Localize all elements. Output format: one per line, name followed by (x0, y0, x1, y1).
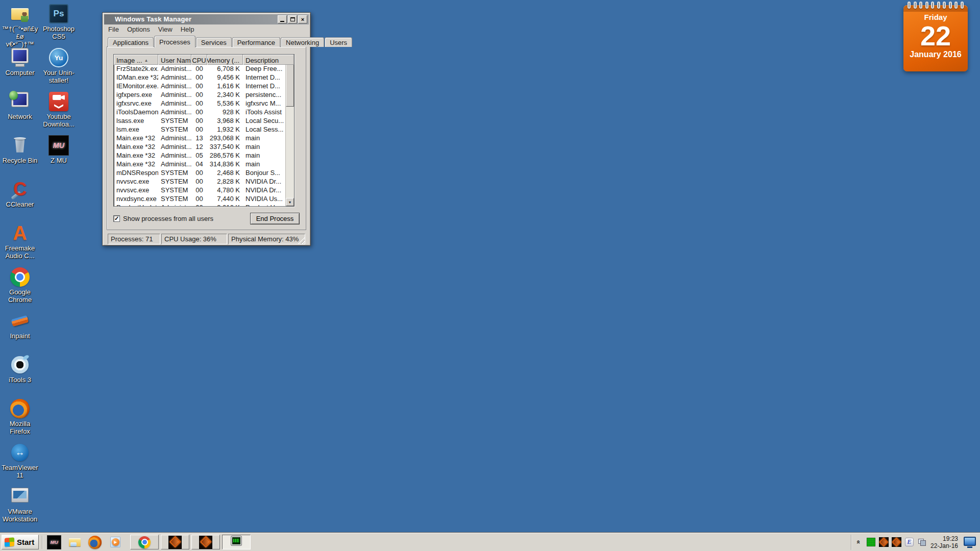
process-row[interactable]: nvvsvc.exe SYSTEM 00 2,828 K NVIDIA Dr..… (114, 178, 285, 186)
desktop-icon-photoshop[interactable]: Photoshop CS5 (40, 4, 77, 40)
process-cpu: 00 (191, 117, 207, 126)
close-button[interactable]: × (298, 15, 307, 23)
process-user-name: Administ... (158, 73, 191, 82)
column-header-description[interactable]: Description (243, 55, 294, 65)
tray-icons (855, 538, 926, 546)
desktop-icon-google-chrome[interactable]: Google Chrome (2, 267, 38, 304)
cpu-meter-tray-icon[interactable] (867, 538, 875, 546)
start-button[interactable]: Start (2, 535, 39, 549)
process-row[interactable]: Main.exe *32 Administ... 04 314,836 K ma… (114, 160, 285, 169)
column-header-image-name[interactable]: Image ...▲ (114, 55, 158, 65)
show-desktop-icon[interactable] (963, 536, 976, 549)
desktop-icon-network[interactable]: Network (2, 92, 38, 120)
desktop-icon-glyph (49, 92, 68, 111)
column-header-memory[interactable]: Memory (... (207, 55, 243, 65)
process-memory: 286,576 K (207, 152, 243, 160)
mu-taskbar-button[interactable] (191, 535, 220, 549)
desktop-icon-label: Your Unin-staller! (40, 69, 77, 84)
scroll-down-icon[interactable]: ▼ (286, 198, 294, 206)
system-tray: 19:23 22-Jan-16 (851, 535, 978, 550)
desktop-icon-mystery-folder[interactable]: ™†(¯°•øñ£y£ø v€•°¯)†™ (2, 4, 38, 48)
column-header-user-name[interactable]: User Name (158, 55, 191, 65)
menu-item-options[interactable]: Options (124, 26, 154, 33)
mu-quick-launch-icon[interactable] (45, 535, 63, 550)
process-memory: 7,440 K (207, 195, 243, 204)
desktop-icon-youtube-downloader[interactable]: Youtube Downloa... (40, 92, 77, 128)
desktop-icon-teamviewer[interactable]: TeamViewer 11 (2, 443, 38, 479)
end-process-button[interactable]: End Process (250, 213, 300, 224)
calendar-gadget[interactable]: Friday 22 January 2016 (903, 5, 968, 71)
tab-applications[interactable]: Applications (108, 37, 154, 47)
show-all-users-checkbox[interactable]: ✓ Show processes from all users (113, 215, 213, 222)
desktop-icon-ccleaner[interactable]: CCleaner (2, 180, 38, 208)
process-memory: 1,932 K (207, 126, 243, 134)
tab-services[interactable]: Services (196, 37, 232, 47)
explorer-quick-launch-icon[interactable] (66, 535, 83, 550)
taskbar-clock[interactable]: 19:23 22-Jan-16 (930, 535, 959, 549)
desktop-icon-inpaint[interactable]: Inpaint (2, 311, 38, 340)
desktop-icon-itools[interactable]: iTools 3 (2, 355, 38, 384)
minimize-button[interactable] (278, 15, 287, 23)
maximize-button[interactable] (288, 15, 297, 23)
process-user-name: SYSTEM (158, 186, 191, 195)
process-row[interactable]: lsm.exe SYSTEM 00 1,932 K Local Sess... (114, 126, 285, 134)
tab-users[interactable]: Users (325, 37, 352, 47)
process-description: Local Sess... (243, 126, 285, 134)
idm-tray-icon[interactable] (905, 538, 914, 546)
tab-performance[interactable]: Performance (232, 37, 280, 47)
process-row[interactable]: iToolsDaemon.... Administ... 00 928 K iT… (114, 108, 285, 117)
task-manager-titlebar[interactable]: Windows Task Manager × (104, 14, 309, 24)
desktop-icon-firefox[interactable]: Mozilla Firefox (2, 399, 38, 435)
process-row[interactable]: nvxdsync.exe SYSTEM 00 7,440 K NVIDIA Us… (114, 195, 285, 204)
chrome-taskbar-button[interactable] (130, 535, 159, 549)
desktop-icon-vmware[interactable]: VMware Workstation (2, 487, 38, 523)
process-row[interactable]: IEMonitor.exe... Administ... 00 1,616 K … (114, 82, 285, 91)
process-row[interactable]: nvvsvc.exe SYSTEM 00 4,780 K NVIDIA Dr..… (114, 186, 285, 195)
process-row[interactable]: FrzState2k.ex... Administ... 00 6,708 K … (114, 65, 285, 73)
process-description: NVIDIA Dr... (243, 178, 285, 186)
process-row[interactable]: lsass.exe SYSTEM 00 3,968 K Local Secu..… (114, 117, 285, 126)
desktop-icon-your-uninstaller[interactable]: Your Unin-staller! (40, 48, 77, 84)
desktop-icon-recycle-bin[interactable]: Recycle Bin (2, 136, 38, 164)
desktop-icon-freemake[interactable]: Freemake Audio C... (2, 223, 38, 260)
process-row[interactable]: Main.exe *32 Administ... 05 286,576 K ma… (114, 152, 285, 160)
tab-networking[interactable]: Networking (281, 37, 324, 47)
process-image-name: Main.exe *32 (114, 134, 158, 143)
process-cpu: 00 (191, 82, 207, 91)
media-player-quick-launch-icon[interactable] (107, 535, 124, 550)
process-row[interactable]: Main.exe *32 Administ... 13 293,068 K ma… (114, 134, 285, 143)
process-row[interactable]: igfxpers.exe Administ... 00 2,340 K pers… (114, 91, 285, 99)
menu-item-help[interactable]: Help (177, 26, 198, 33)
desktop-icon-z-mu[interactable]: Z MU (40, 136, 77, 164)
tray-expand-chevron-icon[interactable] (855, 539, 863, 546)
network-tray-icon[interactable] (918, 538, 926, 546)
process-row[interactable]: mDNSRespond... SYSTEM 00 2,468 K Bonjour… (114, 169, 285, 178)
process-user-name: Administ... (158, 91, 191, 99)
process-user-name: Administ... (158, 143, 191, 152)
column-header-cpu[interactable]: CPU (191, 55, 207, 65)
process-image-name: IEMonitor.exe... (114, 82, 158, 91)
mu-tray-icon[interactable] (892, 538, 901, 546)
process-row[interactable]: Main.exe *32 Administ... 12 337,540 K ma… (114, 143, 285, 152)
desktop-icon-glyph (10, 487, 30, 506)
process-description: Local Secu... (243, 117, 285, 126)
scrollbar[interactable]: ▲ ▼ (285, 55, 294, 206)
task-manager-taskbar-button[interactable] (222, 535, 251, 549)
process-description: main (243, 160, 285, 169)
menu-item-file[interactable]: File (105, 26, 122, 33)
mu-tray-icon[interactable] (879, 538, 888, 546)
process-row[interactable]: IDMan.exe *32 Administ... 00 9,456 K Int… (114, 73, 285, 82)
process-memory: 9,456 K (207, 73, 243, 82)
desktop-icon-computer[interactable]: Computer (2, 48, 38, 77)
tab-strip: Applications Processes Services Performa… (107, 35, 306, 47)
tab-processes[interactable]: Processes (154, 36, 195, 47)
menu-item-view[interactable]: View (155, 26, 176, 33)
mu-taskbar-button[interactable] (161, 535, 189, 549)
scrollbar-thumb[interactable] (286, 64, 294, 107)
process-row[interactable]: igfxsrvc.exe Administ... 00 5,536 K igfx… (114, 99, 285, 108)
process-image-name: ProductUpdat... (114, 204, 158, 206)
desktop-icon-label: TeamViewer 11 (2, 464, 38, 479)
firefox-quick-launch-icon[interactable] (86, 535, 104, 550)
process-row[interactable]: ProductUpdat... Administ... 00 9,016 K P… (114, 204, 285, 206)
process-list: Image ...▲ User Name CPU Memory (... Des… (113, 54, 295, 207)
